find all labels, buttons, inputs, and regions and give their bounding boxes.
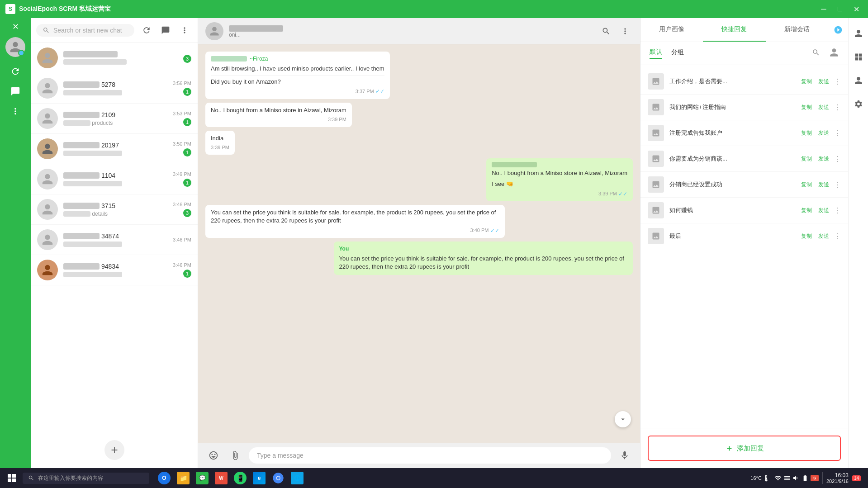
taskbar-app-chrome[interactable] [270,469,287,487]
settings-icon-btn[interactable] [850,96,867,112]
list-item[interactable]: 3 [31,43,198,73]
send-button[interactable]: 发送 [816,128,831,138]
chat-panel-wrapper: oni... [198,18,640,468]
taskbar-app-whatsapp[interactable]: 📱 [232,469,249,487]
refresh-icon-btn[interactable] [6,62,24,81]
copy-button[interactable]: 复制 [799,154,814,164]
unread-badge: 3 [183,55,191,63]
person-icon-btn[interactable] [850,72,867,89]
attachment-button[interactable] [227,447,243,464]
chat-preview: details [63,211,167,217]
chat-overflow-button[interactable] [617,24,633,39]
maximize-button[interactable]: □ [834,3,846,15]
qr-more-button[interactable]: ⋮ [834,180,841,189]
overflow-icon-btn[interactable] [177,23,192,38]
bubble-time: 3:39 PM [211,116,346,123]
svg-rect-0 [855,54,858,57]
chat-search-button[interactable] [598,24,614,39]
chat-name: 5278 [63,81,167,88]
add-reply-button[interactable]: ＋ 添加回复 [648,436,841,461]
user-profile-icon[interactable] [829,47,839,59]
qr-more-button[interactable]: ⋮ [834,129,841,137]
mic-button[interactable] [617,447,633,464]
quick-replies-list: 工作介绍，是否需要... 复制 发送 ⋮ 我们的网站+注册指南 复制 发送 ⋮ [640,65,848,428]
qr-more-button[interactable]: ⋮ [834,77,841,86]
taskbar-app-wechat[interactable]: 💬 [194,469,211,487]
more-icon-btn[interactable] [6,102,24,120]
chat-list: 3 5278 3:56 PM [31,43,198,432]
send-button[interactable]: 发送 [816,103,831,112]
taskbar-app-edge[interactable]: e [251,469,268,487]
chat-info: 2109 products [63,111,167,126]
qr-text: 如何赚钱 [669,206,794,214]
minimize-button[interactable]: ─ [817,3,830,15]
taskbar-app-wps[interactable]: W [213,469,230,487]
qr-text: 工作介绍，是否需要... [669,77,794,85]
sub-tab-groups[interactable]: 分组 [671,48,684,58]
list-item[interactable]: 5278 3:56 PM 1 [31,73,198,104]
chat-time: 3:56 PM [173,81,191,86]
message-row: India 3:39 PM [205,131,633,155]
message-input[interactable]: Type a message [249,447,611,464]
sub-tab-default[interactable]: 默认 [650,48,662,59]
copy-button[interactable]: 复制 [799,77,814,86]
close-icon[interactable]: ✕ [12,22,19,32]
qr-actions: 复制 发送 ⋮ [799,77,841,86]
tab-quick-reply[interactable]: 快捷回复 [703,18,765,42]
taskbar-app-network[interactable]: 🌐 [289,469,306,487]
tab-new-chat[interactable]: 新增会话 [766,18,828,42]
search-box[interactable]: Search or start new chat [36,24,134,37]
taskbar-app-explorer[interactable]: 📁 [175,469,192,487]
copy-button[interactable]: 复制 [799,232,814,241]
message-input-placeholder: Type a message [257,452,304,459]
chat-preview [63,59,178,65]
send-button[interactable]: 发送 [816,154,831,164]
qr-more-button[interactable]: ⋮ [834,103,841,112]
list-item[interactable]: 1104 3:49 PM 1 [31,164,198,194]
qr-more-button[interactable]: ⋮ [834,206,841,215]
icon-sidebar: ✕ [0,18,31,468]
chat-list-header: Search or start new chat [31,18,198,43]
list-item[interactable]: 20197 3:50 PM 1 [31,134,198,164]
send-button[interactable]: 发送 [816,180,831,190]
add-chat-area [31,432,198,468]
copy-button[interactable]: 复制 [799,103,814,112]
tab-user-profile[interactable]: 用户画像 [640,18,703,42]
notification-badge[interactable]: 14 [852,475,861,481]
list-item[interactable]: 34874 3:46 PM [31,225,198,255]
chat-time: 3:53 PM [173,111,191,116]
close-button[interactable]: ✕ [850,3,863,15]
qr-more-button[interactable]: ⋮ [834,155,841,163]
taskbar-search[interactable]: 在这里输入你要搜索的内容 [23,473,149,484]
send-button[interactable]: 发送 [816,206,831,215]
copy-button[interactable]: 复制 [799,180,814,190]
message-bubble: No.. I bought from a Miniso store in Aiz… [486,158,633,201]
emoji-button[interactable] [205,447,222,464]
send-button[interactable]: 发送 [816,232,831,241]
copy-button[interactable]: 复制 [799,128,814,138]
title-bar-left: S SocialEpoch SCRM 私域运营宝 [5,4,111,14]
list-item[interactable]: 94834 3:46 PM 1 [31,255,198,285]
message-text: Am still browsing.. I have used miniso p… [211,65,384,73]
qr-image-icon [648,202,664,218]
chats-icon-btn[interactable] [158,23,173,38]
taskbar-app-cortana[interactable]: O [156,469,173,487]
chat-name: 34874 [63,232,167,240]
add-chat-button[interactable] [104,440,124,460]
contacts-icon-btn[interactable] [850,49,867,65]
qr-more-button[interactable]: ⋮ [834,232,841,241]
start-button[interactable] [4,470,20,486]
clock-area: 16:03 2021/9/16 [822,472,849,484]
send-button[interactable]: 发送 [816,77,831,86]
list-item[interactable]: 3715 details 3:46 PM 3 [31,194,198,225]
unread-badge: 1 [183,118,191,126]
more-tabs-button[interactable] [828,25,848,34]
sync-icon-btn[interactable] [139,23,154,38]
scroll-down-button[interactable] [615,411,631,427]
chat-icon-btn[interactable] [6,82,24,100]
right-panel-search-button[interactable] [812,48,820,58]
copy-button[interactable]: 复制 [799,206,814,215]
profile-icon-btn[interactable] [850,25,867,42]
message-content: India 3:39 PM [205,131,235,155]
list-item[interactable]: 2109 products 3:53 PM 1 [31,104,198,134]
